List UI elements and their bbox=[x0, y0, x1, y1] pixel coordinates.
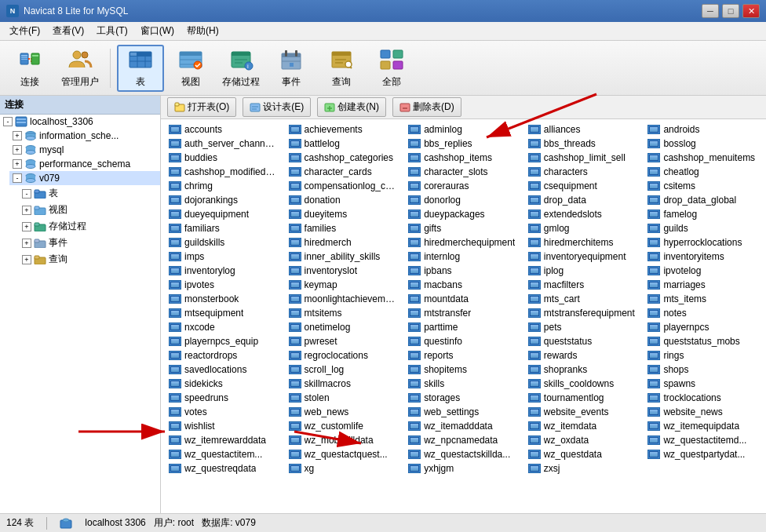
expand-events[interactable]: + bbox=[22, 239, 31, 248]
table-item[interactable]: web_settings bbox=[403, 405, 523, 419]
table-item[interactable]: skillmacros bbox=[284, 377, 404, 391]
table-item[interactable]: wz_itemdata bbox=[523, 419, 644, 433]
close-button[interactable]: ✕ bbox=[742, 4, 760, 18]
table-item[interactable]: wz_questactitemd... bbox=[643, 433, 763, 447]
table-item[interactable]: xg bbox=[284, 461, 404, 476]
table-item[interactable]: cashshop_limit_sell bbox=[523, 151, 644, 165]
table-item[interactable]: website_news bbox=[643, 405, 763, 419]
table-item[interactable]: monsterbook bbox=[164, 292, 284, 306]
menu-window[interactable]: 窗口(W) bbox=[134, 23, 181, 39]
table-item[interactable]: questinfo bbox=[403, 334, 523, 348]
table-item[interactable]: playernpcs_equip bbox=[164, 334, 284, 348]
menu-tools[interactable]: 工具(T) bbox=[90, 23, 133, 39]
table-item[interactable]: skills bbox=[403, 377, 523, 391]
table-item[interactable]: ipbans bbox=[403, 264, 523, 278]
table-item[interactable]: macbans bbox=[403, 278, 523, 292]
manage-users-button[interactable]: 管理用户 bbox=[57, 45, 104, 92]
table-item[interactable]: inventorylog bbox=[164, 264, 284, 278]
table-item[interactable]: yxhjgm bbox=[403, 461, 523, 476]
table-item[interactable]: character_slots bbox=[403, 165, 523, 179]
table-item[interactable]: reports bbox=[403, 348, 523, 363]
table-item[interactable]: macfilters bbox=[523, 278, 644, 292]
table-item[interactable]: mtstransferequipment bbox=[523, 306, 644, 320]
table-item[interactable]: extendedslots bbox=[523, 207, 644, 221]
table-item[interactable]: mts_items bbox=[643, 292, 763, 306]
table-item[interactable]: cashshop_items bbox=[403, 151, 523, 165]
table-item[interactable]: queststatus bbox=[523, 334, 644, 348]
table-item[interactable]: bbs_threads bbox=[523, 137, 644, 151]
table-item[interactable]: auth_server_channel_ip bbox=[164, 137, 284, 151]
sidebar-item-queries[interactable]: + 查询 bbox=[19, 251, 160, 268]
table-item[interactable]: onetimelog bbox=[284, 320, 404, 334]
connect-button[interactable]: 连接 bbox=[6, 45, 53, 92]
expand-info-schema[interactable]: + bbox=[13, 131, 22, 140]
expand-procedures[interactable]: + bbox=[22, 222, 31, 231]
table-item[interactable]: dueyitems bbox=[284, 207, 404, 221]
table-item[interactable]: donorlog bbox=[403, 193, 523, 207]
table-item[interactable]: hiredmerchitems bbox=[523, 235, 644, 250]
table-item[interactable]: dojorankings bbox=[164, 193, 284, 207]
expand-queries[interactable]: + bbox=[22, 255, 31, 264]
table-item[interactable]: playernpcs bbox=[643, 320, 763, 334]
table-item[interactable]: marriages bbox=[643, 278, 763, 292]
table-item[interactable]: gmlog bbox=[523, 221, 644, 235]
table-item[interactable]: inventoryslot bbox=[284, 264, 404, 278]
table-item[interactable]: guilds bbox=[643, 221, 763, 235]
query-button[interactable]: 查询 bbox=[318, 45, 365, 92]
table-item[interactable]: inventoryitems bbox=[643, 250, 763, 264]
table-item[interactable]: imps bbox=[164, 250, 284, 264]
table-item[interactable]: csitems bbox=[643, 179, 763, 193]
menu-file[interactable]: 文件(F) bbox=[3, 23, 46, 39]
table-item[interactable]: hiredmerchequipment bbox=[403, 235, 523, 250]
table-item[interactable]: wz_questactitem... bbox=[164, 447, 284, 461]
table-item[interactable]: hyperrocklocations bbox=[643, 235, 763, 250]
table-item[interactable]: queststatus_mobs bbox=[643, 334, 763, 348]
table-button[interactable]: 表 bbox=[117, 45, 164, 92]
table-item[interactable]: cashshop_categories bbox=[284, 151, 404, 165]
table-item[interactable]: wz_questactskillda... bbox=[403, 447, 523, 461]
sidebar-item-info-schema[interactable]: + information_sche... bbox=[9, 129, 160, 143]
table-item[interactable]: shopranks bbox=[523, 363, 644, 377]
expand-localhost[interactable]: - bbox=[3, 117, 13, 126]
table-item[interactable]: famelog bbox=[643, 207, 763, 221]
expand-views[interactable]: + bbox=[22, 206, 31, 215]
table-item[interactable]: alliances bbox=[523, 122, 644, 137]
table-item[interactable]: csequipment bbox=[523, 179, 644, 193]
table-item[interactable]: scroll_log bbox=[284, 363, 404, 377]
table-item[interactable]: wishlist bbox=[164, 419, 284, 433]
table-item[interactable]: wz_oxdata bbox=[523, 433, 644, 447]
table-item[interactable]: mtsequipment bbox=[164, 306, 284, 320]
table-item[interactable]: notes bbox=[643, 306, 763, 320]
table-item[interactable]: shopitems bbox=[403, 363, 523, 377]
table-item[interactable]: internlog bbox=[403, 250, 523, 264]
design-table-button[interactable]: 设计表(E) bbox=[243, 97, 311, 117]
table-item[interactable]: androids bbox=[643, 122, 763, 137]
maximize-button[interactable]: □ bbox=[722, 4, 739, 18]
table-item[interactable]: nxcode bbox=[164, 320, 284, 334]
table-item[interactable]: chrimg bbox=[164, 179, 284, 193]
table-item[interactable]: wz_customlife bbox=[284, 419, 404, 433]
table-item[interactable]: zxsj bbox=[523, 461, 644, 476]
table-item[interactable]: ipvotes bbox=[164, 278, 284, 292]
table-item[interactable]: adminlog bbox=[403, 122, 523, 137]
table-item[interactable]: spawns bbox=[643, 377, 763, 391]
expand-perf-schema[interactable]: + bbox=[13, 159, 22, 169]
table-item[interactable]: skills_cooldowns bbox=[523, 377, 644, 391]
table-item[interactable]: shops bbox=[643, 363, 763, 377]
table-item[interactable]: mtstransfer bbox=[403, 306, 523, 320]
expand-v079[interactable]: - bbox=[13, 173, 22, 183]
table-item[interactable]: wz_mobskilldata bbox=[284, 433, 404, 447]
table-item[interactable]: wz_questactquest... bbox=[284, 447, 404, 461]
table-item[interactable]: inventoryequipment bbox=[523, 250, 644, 264]
table-item[interactable]: wz_itemequipdata bbox=[643, 419, 763, 433]
table-item[interactable]: wz_itemrewarddata bbox=[164, 433, 284, 447]
table-item[interactable]: accounts bbox=[164, 122, 284, 137]
table-item[interactable]: cheatlog bbox=[643, 165, 763, 179]
table-item[interactable]: bosslog bbox=[643, 137, 763, 151]
sidebar-item-views[interactable]: + 视图 bbox=[19, 202, 160, 218]
table-item[interactable]: web_news bbox=[284, 405, 404, 419]
table-item[interactable]: stolen bbox=[284, 391, 404, 405]
table-item[interactable]: mountdata bbox=[403, 292, 523, 306]
table-item[interactable]: votes bbox=[164, 405, 284, 419]
table-item[interactable]: dueypackages bbox=[403, 207, 523, 221]
